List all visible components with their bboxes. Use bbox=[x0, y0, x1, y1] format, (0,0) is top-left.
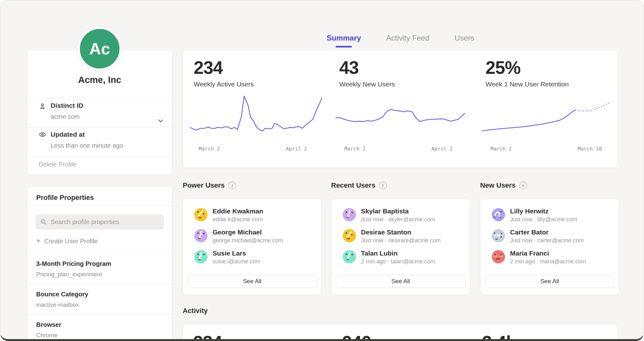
stat-label: Weekly New Users bbox=[339, 80, 395, 88]
x-axis-label-left: March 2 bbox=[344, 146, 365, 152]
summary-card: 234 Weekly Active Users March 2 April 2 … bbox=[183, 50, 618, 168]
property-row[interactable]: 3-Month Pricing Program Pricing_plan_exp… bbox=[27, 253, 172, 283]
divider bbox=[27, 127, 172, 128]
user-name: Talan Lubin bbox=[361, 250, 397, 257]
user-name: Maria Franci bbox=[510, 250, 549, 257]
user-detail: 2 min ago · talan@acme.com bbox=[361, 258, 435, 265]
x-axis-label-left: March 2 bbox=[491, 146, 512, 152]
user-name: George Michael bbox=[213, 228, 262, 236]
stat-column: 43 Weekly New Users March 2 April 2 bbox=[336, 50, 469, 168]
property-value: inactive-mailbox bbox=[36, 301, 79, 308]
stat-value: 43 bbox=[339, 57, 358, 78]
stat-value: 25% bbox=[486, 57, 520, 78]
user-row[interactable]: Eddie Kwakman eddie.k@acme.com bbox=[194, 207, 315, 226]
stat-label: Week 1 New User Retention bbox=[486, 80, 569, 88]
user-detail: george.michael@acme.com bbox=[213, 237, 283, 244]
user-name: Lilly Herwitz bbox=[510, 207, 549, 215]
stat-column: 234 Weekly Active Users March 2 April 2 bbox=[190, 50, 324, 168]
info-icon[interactable] bbox=[228, 182, 236, 189]
property-row[interactable]: Browser Chrome bbox=[27, 314, 172, 341]
create-user-profile-button[interactable]: Create User Profile bbox=[36, 238, 98, 245]
eye-icon bbox=[39, 131, 46, 138]
activity-stat-value: 940 bbox=[342, 332, 371, 341]
app-window: Ac Acme, Inc Distinct ID acme.com Update… bbox=[0, 0, 644, 341]
company-name: Acme, Inc bbox=[27, 75, 172, 85]
user-section-power-users: Power Users Eddie Kwakman eddie.k@acme.c… bbox=[183, 181, 322, 295]
user-name: Desirae Stanton bbox=[361, 228, 411, 236]
distinct-id-label: Distinct ID bbox=[51, 102, 83, 109]
x-axis-label-left: March 2 bbox=[199, 146, 220, 152]
search-profile-properties-input[interactable] bbox=[36, 214, 164, 229]
plus-icon bbox=[36, 238, 41, 245]
user-avatar bbox=[194, 250, 208, 263]
x-axis-label-right: April 2 bbox=[431, 146, 452, 152]
user-row[interactable]: Desirae Stanton Just now · desirare@acme… bbox=[343, 228, 464, 247]
user-avatar bbox=[492, 250, 505, 263]
distinct-id-value: acme.com bbox=[51, 113, 80, 120]
chevron-down-icon[interactable] bbox=[157, 117, 164, 124]
activity-card: 2349403.4k bbox=[183, 324, 618, 341]
users-card: Eddie Kwakman eddie.k@acme.com George Mi… bbox=[183, 198, 322, 295]
tab-users[interactable]: Users bbox=[455, 34, 475, 47]
user-row[interactable]: Skylar Baptista Just now · skyler@acme.c… bbox=[343, 207, 464, 226]
user-avatar bbox=[343, 229, 356, 242]
divider bbox=[27, 206, 172, 206]
user-detail: eddie.k@acme.com bbox=[213, 216, 263, 223]
person-icon bbox=[39, 102, 46, 110]
updated-at-label: Updated at bbox=[51, 131, 85, 138]
profile-properties-card: Profile Properties Create User Profile 3… bbox=[27, 186, 172, 341]
see-all-button[interactable]: See All bbox=[485, 275, 614, 288]
see-all-button[interactable]: See All bbox=[187, 275, 317, 288]
user-row[interactable]: Susie Lars susie.l@acme.com bbox=[194, 250, 315, 268]
see-all-button[interactable]: See All bbox=[336, 275, 465, 288]
tab-activity-feed[interactable]: Activity Feed bbox=[386, 34, 429, 47]
x-axis: March 2 April 2 bbox=[336, 146, 468, 153]
stat-value: 234 bbox=[194, 57, 223, 78]
x-axis-label-right: April 2 bbox=[286, 146, 307, 152]
divider bbox=[27, 99, 172, 99]
section-head: Power Users bbox=[183, 181, 322, 190]
users-card: Skylar Baptista Just now · skyler@acme.c… bbox=[331, 198, 470, 295]
line-chart bbox=[336, 93, 468, 143]
info-icon[interactable] bbox=[519, 182, 527, 189]
user-detail: 2 min ago · maria@acme.com bbox=[510, 258, 586, 265]
user-avatar bbox=[343, 250, 356, 263]
activity-title: Activity bbox=[183, 307, 208, 315]
delete-profile-button[interactable]: Delete Profile bbox=[39, 161, 76, 168]
user-name: Susie Lars bbox=[213, 250, 246, 257]
line-chart bbox=[482, 93, 614, 143]
line-chart bbox=[190, 93, 322, 143]
profile-properties-title: Profile Properties bbox=[36, 194, 94, 202]
tab-summary[interactable]: Summary bbox=[327, 34, 361, 47]
x-axis: March 2 April 2 bbox=[190, 146, 322, 153]
user-row[interactable]: Lilly Herwitz Just now · lilly@acme.com bbox=[492, 207, 613, 226]
updated-at-value: Less than one minute ago bbox=[51, 142, 123, 149]
user-detail: Just now · lilly@acme.com bbox=[510, 216, 577, 223]
x-axis-label-right: March 10 bbox=[578, 146, 602, 152]
property-row[interactable]: Bounce Category inactive-mailbox bbox=[27, 283, 172, 314]
user-avatar bbox=[194, 229, 208, 242]
stat-column: 25% Week 1 New User Retention March 2 Ma… bbox=[482, 50, 615, 168]
divider bbox=[27, 157, 172, 157]
user-row[interactable]: Carter Bator Just now · carter@acme.com bbox=[492, 228, 613, 247]
user-row[interactable]: Maria Franci 2 min ago · maria@acme.com bbox=[492, 250, 613, 268]
create-user-profile-label: Create User Profile bbox=[44, 238, 98, 245]
info-icon[interactable] bbox=[379, 182, 387, 189]
property-value: Pricing_plan_experiment bbox=[36, 271, 102, 278]
user-row[interactable]: Talan Lubin 2 min ago · talan@acme.com bbox=[343, 250, 464, 268]
tabs-row: SummaryActivity FeedUsers bbox=[183, 34, 618, 47]
property-label: 3-Month Pricing Program bbox=[36, 260, 111, 267]
section-title: Power Users bbox=[183, 181, 225, 190]
property-value: Chrome bbox=[36, 332, 58, 339]
activity-stat-value: 234 bbox=[193, 332, 222, 341]
search-wrap bbox=[36, 214, 164, 229]
property-label: Browser bbox=[36, 321, 61, 328]
user-row[interactable]: George Michael george.michael@acme.com bbox=[194, 228, 315, 247]
section-title: New Users bbox=[480, 181, 516, 190]
user-name: Skylar Baptista bbox=[361, 207, 409, 215]
user-section-recent-users: Recent Users Skylar Baptista Just now · … bbox=[331, 181, 470, 295]
stat-label: Weekly Active Users bbox=[194, 80, 254, 88]
users-card: Lilly Herwitz Just now · lilly@acme.com … bbox=[480, 198, 619, 295]
property-label: Bounce Category bbox=[36, 291, 88, 298]
company-avatar: Ac bbox=[78, 27, 122, 71]
